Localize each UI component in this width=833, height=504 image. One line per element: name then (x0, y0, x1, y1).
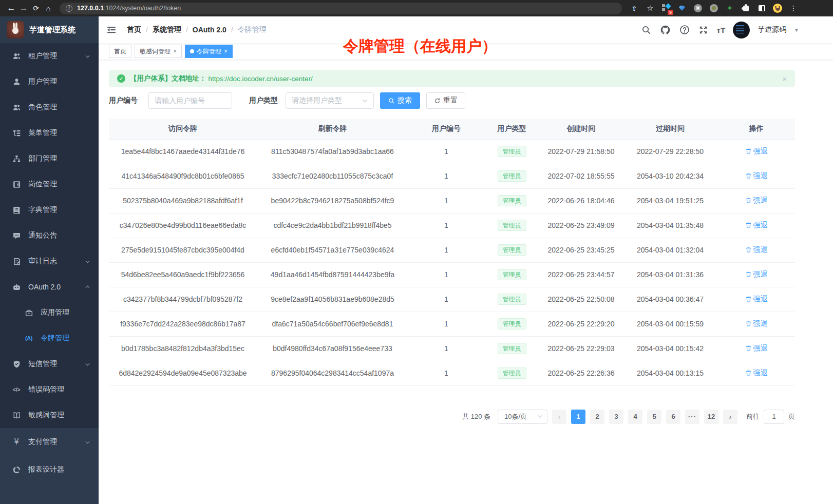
extension-grid-icon[interactable]: 9 (661, 3, 671, 13)
sidebar-item-报表设计器[interactable]: 报表设计器 (0, 456, 99, 483)
column-header: 过期时间 (623, 119, 717, 139)
user-id-cell: 1 (408, 213, 484, 238)
trash-icon (745, 172, 752, 179)
user-avatar[interactable] (733, 22, 750, 38)
browser-home-icon[interactable]: ⌂ (42, 2, 54, 14)
address-bar[interactable]: i 127.0.0.1:1024/system/oauth2/token (60, 3, 622, 14)
force-logout-button[interactable]: 强退 (745, 221, 768, 230)
sidebar-item-错误码管理[interactable]: </>错误码管理 (0, 377, 99, 402)
sidebar-item-部门管理[interactable]: 部门管理 (0, 146, 99, 171)
bookmark-star-icon[interactable]: ☆ (645, 3, 655, 13)
page-button-3[interactable]: 3 (609, 410, 623, 424)
command-extension-icon[interactable]: ⌘ (693, 3, 703, 13)
sidebar-item-支付管理[interactable]: ¥支付管理 (0, 428, 99, 456)
breadcrumb-item[interactable]: 首页 (127, 25, 141, 34)
create-time-cell: 2022-07-02 18:55:55 (539, 164, 623, 188)
page-button-5[interactable]: 5 (647, 410, 661, 424)
sidebar-item-岗位管理[interactable]: 岗位管理 (0, 171, 99, 197)
font-size-icon[interactable]: тT (717, 26, 726, 34)
fullscreen-icon[interactable] (698, 24, 709, 35)
sidebar-item-用户管理[interactable]: 用户管理 (0, 69, 99, 94)
github-icon[interactable] (660, 24, 671, 35)
force-logout-button[interactable]: 强退 (745, 245, 768, 255)
tab-close-icon[interactable]: × (224, 48, 228, 54)
profile-emoji-icon[interactable] (772, 3, 783, 13)
force-logout-button[interactable]: 强退 (745, 270, 768, 279)
breadcrumb-item[interactable]: 系统管理 (153, 25, 181, 34)
browser-menu-icon[interactable]: ⋮ (788, 3, 799, 13)
breadcrumb-item[interactable]: OAuth 2.0 (193, 26, 226, 34)
create-time-cell: 2022-07-29 21:58:50 (539, 139, 623, 164)
error-code-icon: </> (12, 386, 21, 393)
page-button-4[interactable]: 4 (628, 410, 642, 424)
browser-reload-icon[interactable]: ⟳ (30, 2, 42, 14)
reset-button[interactable]: 重置 (426, 92, 465, 109)
chevron-down-icon (85, 439, 90, 445)
sidebar-item-应用管理[interactable]: 应用管理 (0, 300, 99, 325)
sidebar-item-字典管理[interactable]: 字典管理 (0, 197, 99, 223)
expire-time-cell: 2054-03-04 01:35:48 (623, 213, 717, 238)
force-logout-button[interactable]: 强退 (745, 344, 768, 353)
user-id-input[interactable] (148, 92, 232, 109)
recorder-extension-icon[interactable] (709, 3, 719, 13)
force-logout-button[interactable]: 强退 (745, 171, 768, 181)
sidebar-item-通知公告[interactable]: 通知公告 (0, 223, 99, 248)
browser-back-icon[interactable]: ← (5, 2, 17, 14)
page-button-6[interactable]: 6 (666, 410, 680, 424)
sidebar-item-审计日志[interactable]: 审计日志 (0, 248, 99, 274)
sidebar-item-租户管理[interactable]: 租户管理 (0, 43, 99, 69)
sidebar: 芋道管理系统 租户管理用户管理角色管理菜单管理部门管理岗位管理字典管理通知公告审… (0, 16, 99, 504)
oauth-robot-icon (12, 283, 21, 292)
user-type-cell: 管理员 (484, 164, 539, 188)
tab-close-icon[interactable]: × (173, 48, 177, 54)
page-size-select[interactable]: 10条/页 (498, 410, 547, 424)
table-row: 41c41346a548490f9dc8b01c6bfe0865333ecfc7… (109, 164, 795, 188)
puzzle-extensions-icon[interactable] (741, 3, 751, 13)
breadcrumb-item: 令牌管理 (238, 25, 267, 34)
expire-time-cell: 2054-03-04 01:32:04 (623, 238, 717, 262)
tab-首页[interactable]: 首页 (109, 45, 131, 58)
sidebar-item-短信管理[interactable]: 短信管理 (0, 351, 99, 377)
search-button[interactable]: 搜索 (380, 92, 420, 109)
page-button-1[interactable]: 1 (571, 410, 585, 424)
green-star-extension-icon[interactable]: ✶ (725, 3, 735, 13)
tab-令牌管理[interactable]: 令牌管理× (185, 45, 233, 58)
share-icon[interactable]: ⇧ (629, 3, 639, 13)
user-type-cell: 管理员 (484, 213, 539, 238)
user-type-cell: 管理员 (484, 139, 539, 164)
sidebar-item-令牌管理[interactable]: (A)令牌管理 (0, 325, 99, 351)
user-type-select[interactable]: 请选择用户类型 (286, 92, 374, 109)
tab-敏感词管理[interactable]: 敏感词管理× (135, 45, 182, 58)
search-icon[interactable] (641, 24, 652, 35)
page-ellipsis[interactable]: ··· (685, 410, 699, 424)
user-menu-caret-icon[interactable]: ▼ (794, 27, 799, 33)
force-logout-button[interactable]: 强退 (745, 369, 768, 378)
gem-extension-icon[interactable] (677, 3, 687, 13)
force-logout-button[interactable]: 强退 (745, 196, 768, 205)
app-briefcase-icon (24, 308, 33, 317)
page-button-12[interactable]: 12 (704, 410, 718, 424)
browser-forward-icon[interactable]: → (17, 2, 30, 14)
user-id-label: 用户编号 (109, 96, 138, 105)
force-logout-button[interactable]: 强退 (745, 295, 768, 304)
action-cell: 强退 (717, 262, 795, 287)
goto-page-input[interactable] (764, 410, 784, 424)
force-logout-button[interactable]: 强退 (745, 147, 768, 156)
refresh-token-cell: b0df4980ffd34c67a08f9156e4eee733 (257, 336, 408, 361)
force-logout-button[interactable]: 强退 (745, 319, 768, 328)
sidebar-item-角色管理[interactable]: 角色管理 (0, 94, 99, 120)
sidebar-item-OAuth 2.0[interactable]: OAuth 2.0 (0, 274, 99, 300)
site-info-icon[interactable]: i (66, 5, 72, 12)
sidebar-item-菜单管理[interactable]: 菜单管理 (0, 120, 99, 146)
expire-time-cell: 2054-03-04 00:36:47 (623, 287, 717, 312)
next-page-button[interactable]: › (723, 410, 737, 424)
alert-close-icon[interactable]: × (782, 74, 787, 83)
page-button-2[interactable]: 2 (590, 410, 604, 424)
prev-page-button[interactable]: ‹ (552, 410, 566, 424)
sidepanel-extension-icon[interactable] (756, 3, 767, 13)
sidebar-item-敏感词管理[interactable]: 敏感词管理 (0, 402, 99, 428)
doc-link[interactable]: https://doc.iocoder.cn/user-center/ (209, 75, 313, 83)
app-logo[interactable]: 芋道管理系统 (0, 16, 99, 43)
sidebar-collapse-icon[interactable] (106, 24, 118, 35)
help-question-icon[interactable] (679, 24, 690, 35)
